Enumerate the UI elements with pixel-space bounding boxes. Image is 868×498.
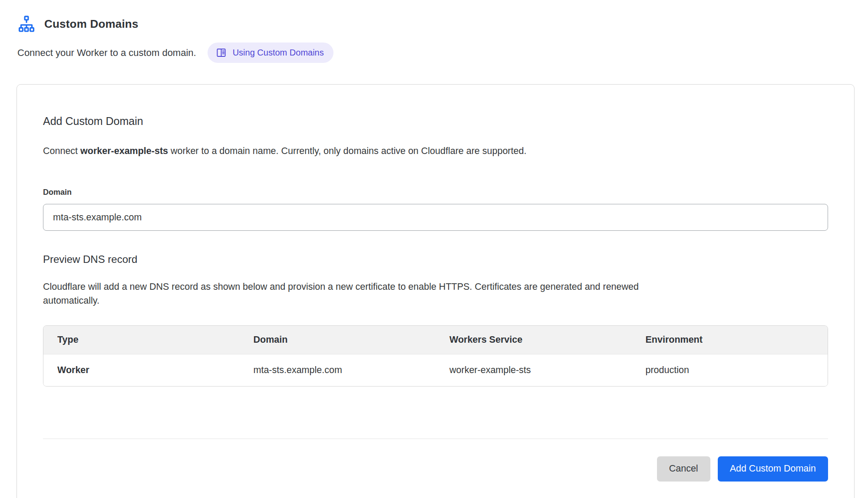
cell-type: Worker (43, 354, 240, 386)
page-title: Custom Domains (44, 17, 139, 31)
docs-link-label: Using Custom Domains (233, 48, 324, 58)
dialog-intro: Connect worker-example-sts worker to a d… (43, 146, 828, 157)
preview-dns-description: Cloudflare will add a new DNS record as … (43, 280, 694, 308)
add-custom-domain-card: Add Custom Domain Connect worker-example… (17, 84, 855, 498)
column-header-environment: Environment (632, 326, 828, 354)
column-header-workers-service: Workers Service (436, 326, 632, 354)
domain-field-label: Domain (43, 188, 828, 197)
cell-workers-service: worker-example-sts (436, 354, 632, 386)
intro-suffix: worker to a domain name. Currently, only… (168, 146, 526, 156)
subtitle-row: Connect your Worker to a custom domain. … (17, 43, 851, 63)
page-subtitle: Connect your Worker to a custom domain. (17, 47, 196, 59)
table-row: Worker mta-sts.example.com worker-exampl… (43, 354, 828, 386)
dialog-title: Add Custom Domain (43, 115, 828, 128)
cell-environment: production (632, 354, 828, 386)
page-header: Custom Domains (17, 15, 851, 33)
sitemap-icon (17, 15, 36, 33)
table-header-row: Type Domain Workers Service Environment (43, 326, 828, 354)
dns-preview-table: Type Domain Workers Service Environment … (43, 325, 828, 387)
add-custom-domain-button[interactable]: Add Custom Domain (718, 456, 828, 482)
footer-divider (43, 439, 828, 439)
cancel-button[interactable]: Cancel (657, 456, 710, 482)
book-icon (215, 47, 227, 59)
card-footer: Cancel Add Custom Domain (43, 456, 828, 482)
worker-name: worker-example-sts (80, 146, 168, 156)
intro-prefix: Connect (43, 146, 80, 156)
preview-dns-heading: Preview DNS record (43, 253, 828, 265)
domain-input[interactable] (43, 204, 828, 231)
cell-domain: mta-sts.example.com (240, 354, 436, 386)
column-header-type: Type (43, 326, 240, 354)
docs-link-using-custom-domains[interactable]: Using Custom Domains (208, 43, 333, 63)
column-header-domain: Domain (240, 326, 436, 354)
